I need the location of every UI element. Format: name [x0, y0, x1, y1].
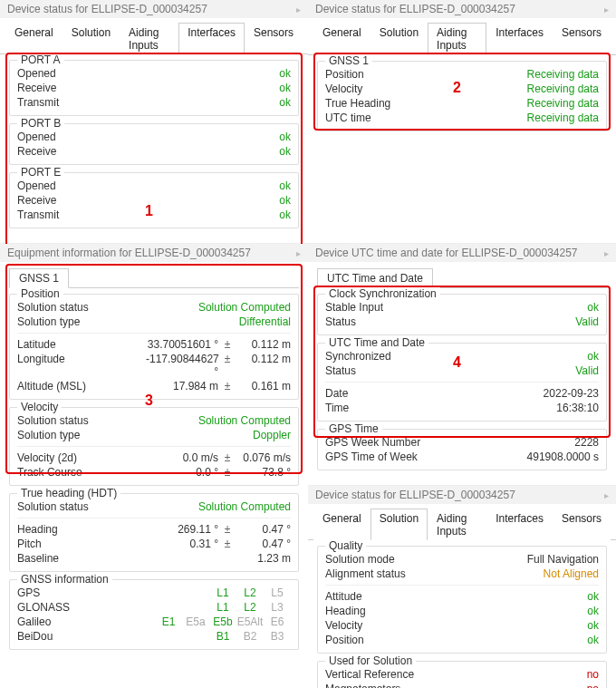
- label-position: Position: [325, 68, 527, 81]
- gnss-band: B1: [209, 630, 236, 643]
- row-glonass: GLONASSL1L2L3: [17, 600, 291, 615]
- row-galileo: GalileoE1E5aE5bE5AltE6: [17, 615, 291, 629]
- gnss-band: [182, 601, 209, 614]
- value-sol-type: Differential: [239, 315, 291, 328]
- label-status: Status: [325, 315, 575, 328]
- tab-general[interactable]: General: [313, 23, 371, 55]
- row-beidou: BeiDouB1B2B3: [17, 629, 291, 644]
- tab-aiding[interactable]: Aiding Inputs: [120, 23, 178, 54]
- value-utc-time: Receiving data: [527, 111, 599, 124]
- value-attitude: ok: [587, 590, 599, 603]
- label-velocity: Velocity: [325, 619, 587, 632]
- chevron-right-icon[interactable]: ▸: [604, 248, 609, 258]
- group-title: Position: [17, 287, 63, 300]
- tab-gnss1[interactable]: GNSS 1: [9, 268, 69, 288]
- value-gps-week: 2228: [574, 436, 599, 449]
- chevron-right-icon[interactable]: ▸: [604, 490, 609, 500]
- tab-interfaces[interactable]: Interfaces: [486, 23, 553, 55]
- gnss-band: L1: [209, 586, 236, 599]
- value-lat: 33.70051601 °: [146, 338, 218, 351]
- pm-icon: ±: [218, 538, 236, 550]
- row-gps: GPSL1L2L5: [17, 586, 291, 600]
- value-sol-type: Doppler: [253, 429, 291, 441]
- tab-sensors[interactable]: Sensors: [245, 23, 303, 54]
- gnss-band: [155, 601, 182, 614]
- label-sol-mode: Solution mode: [325, 553, 527, 566]
- group-title: UTC Time and Date: [325, 336, 428, 349]
- gnss-band: L1: [209, 601, 236, 614]
- label-gps-week: GPS Week Number: [325, 436, 574, 449]
- panel-utc: Device UTC time and date for ELLIPSE-D_0…: [308, 244, 616, 486]
- group-used-for-solution: Used for Solution Vertical Referenceno M…: [317, 661, 607, 688]
- value-pitch: 0.31 °: [146, 538, 218, 550]
- value-lon-acc: 0.112 m: [236, 353, 291, 365]
- label-beidou: BeiDou: [17, 630, 155, 643]
- value-gps-tow: 491908.0000 s: [527, 451, 599, 463]
- tab-sensors[interactable]: Sensors: [553, 23, 611, 55]
- value-velocity: ok: [587, 619, 599, 632]
- value-sol-status: Solution Computed: [198, 414, 291, 427]
- value-lon: -117.90844627 °: [146, 353, 218, 378]
- tab-interfaces[interactable]: Interfaces: [178, 23, 245, 54]
- group-gnss1: GNSS 1 PositionReceiving data VelocityRe…: [317, 61, 607, 131]
- group-title: Clock Synchronization: [325, 287, 440, 300]
- value-vel2d-acc: 0.076 m/s: [236, 451, 291, 464]
- tab-aiding[interactable]: Aiding Inputs: [428, 509, 486, 540]
- label-position: Position: [325, 634, 587, 646]
- panel-device-status-interfaces: Device status for ELLIPSE-D_000034257 ▸ …: [0, 0, 308, 244]
- tab-aiding[interactable]: Aiding Inputs: [428, 23, 486, 55]
- group-title: GPS Time: [325, 422, 382, 435]
- label-time: Time: [325, 402, 556, 414]
- gnss-band: [182, 586, 209, 599]
- pm-icon: ±: [218, 338, 236, 351]
- panel-title: Device UTC time and date for ELLIPSE-D_0…: [315, 247, 578, 259]
- label-sol-status: Solution status: [17, 414, 198, 427]
- tab-solution[interactable]: Solution: [371, 23, 428, 55]
- gnss-band: E5a: [182, 615, 209, 628]
- label-synced: Synchronized: [325, 350, 587, 363]
- label-pitch: Pitch: [17, 538, 146, 550]
- tab-general[interactable]: General: [313, 509, 371, 540]
- group-quality: Quality Solution modeFull Navigation Ali…: [317, 546, 607, 654]
- label-opened: Opened: [17, 179, 279, 192]
- value-receive: ok: [279, 82, 291, 94]
- chevron-right-icon[interactable]: ▸: [296, 248, 301, 258]
- tab-general[interactable]: General: [5, 23, 63, 54]
- tabs: General Solution Aiding Inputs Interface…: [0, 18, 308, 54]
- label-sol-status: Solution status: [17, 500, 198, 513]
- value-status: Valid: [575, 315, 599, 328]
- group-port-e: PORT E Openedok Receiveok Transmitok: [9, 172, 299, 228]
- panel-equipment-info: Equipment information for ELLIPSE-D_0000…: [0, 244, 308, 688]
- label-opened: Opened: [17, 67, 279, 80]
- label-sol-type: Solution type: [17, 315, 239, 328]
- label-status: Status: [325, 364, 575, 377]
- tab-solution[interactable]: Solution: [63, 23, 120, 54]
- gnss-band: [182, 630, 209, 643]
- value-true-heading: Receiving data: [527, 97, 599, 110]
- tabs-mini: GNSS 1: [9, 267, 299, 288]
- tab-utc[interactable]: UTC Time and Date: [317, 268, 433, 288]
- right-column-lower: Device UTC time and date for ELLIPSE-D_0…: [308, 244, 616, 688]
- value-pitch-acc: 0.47 °: [236, 538, 291, 550]
- value-heading: ok: [587, 605, 599, 617]
- value-alt-acc: 0.161 m: [236, 380, 291, 392]
- pm-icon: ±: [218, 380, 236, 392]
- group-port-b: PORT B Openedok Receiveok: [9, 123, 299, 165]
- gnss-band: L2: [236, 586, 264, 599]
- pm-icon: ±: [218, 466, 236, 479]
- tab-solution[interactable]: Solution: [371, 509, 428, 540]
- group-port-a: PORT A Openedok Receiveok Transmitok: [9, 60, 299, 116]
- chevron-right-icon[interactable]: ▸: [296, 5, 301, 15]
- tab-interfaces[interactable]: Interfaces: [486, 509, 553, 540]
- group-hdt: True heading (HDT) Solution statusSoluti…: [9, 493, 299, 572]
- chevron-right-icon[interactable]: ▸: [604, 5, 609, 15]
- label-utc-time: UTC time: [325, 111, 527, 124]
- group-utc-date: UTC Time and Date Synchronizedok StatusV…: [317, 343, 607, 422]
- label-receive: Receive: [17, 145, 279, 158]
- panel-header: Equipment information for ELLIPSE-D_0000…: [0, 244, 308, 262]
- tab-sensors[interactable]: Sensors: [553, 509, 611, 540]
- pm-icon: ±: [218, 451, 236, 464]
- label-magneto: Magnetometers: [325, 683, 587, 688]
- gnss-band: E5b: [209, 615, 236, 628]
- label-lat: Latitude: [17, 338, 146, 351]
